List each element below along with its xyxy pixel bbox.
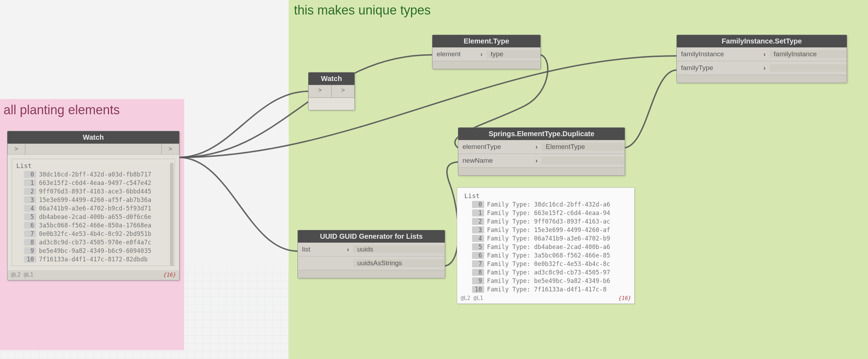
node-uuid-generator[interactable]: UUID GUID Generator for Lists list› uuid… [297, 230, 445, 278]
list-index: 7 [24, 230, 36, 237]
list-item[interactable]: 1Family Type: 663e15f2-c6d4-4eaa-94 [462, 209, 631, 217]
watch-list[interactable]: List 038dc16cd-2bff-432d-a03d-fb8b717166… [12, 159, 175, 266]
list-levels: @L2 @L1 [11, 272, 33, 278]
list-index: 2 [472, 218, 484, 225]
list-index: 5 [24, 213, 36, 220]
list-value: ad3c8c9d-cb73-4505-970e-e8f4a7c [39, 239, 151, 246]
list-item[interactable]: 3Family Type: 15e3e699-4499-4260-af [462, 226, 631, 234]
list-item[interactable]: 9Family Type: be5e49bc-9a82-4349-b6 [462, 277, 631, 285]
node-title: FamilyInstance.SetType [677, 35, 847, 47]
list-index: 7 [472, 260, 484, 267]
list-index: 1 [472, 209, 484, 216]
input-port-familytype[interactable]: familyType [677, 64, 760, 72]
list-item[interactable]: 406a741b9-a3e6-4702-b9cd-5f93d71 [14, 204, 172, 213]
list-levels: @L2 @L1 [461, 295, 483, 301]
list-index: 9 [24, 247, 36, 254]
node-title: Springs.ElementType.Duplicate [458, 128, 625, 140]
group-pink-label: all planting elements [4, 103, 120, 117]
list-index: 10 [24, 256, 36, 263]
node-springs-duplicate[interactable]: Springs.ElementType.Duplicate elementTyp… [458, 127, 625, 176]
list-count: {16} [163, 272, 176, 278]
output-port-uuids[interactable]: uuids [353, 245, 445, 253]
preview-duplicate-output[interactable]: List 0Family Type: 38dc16cd-2bff-432d-a6… [457, 187, 635, 304]
node-element-type[interactable]: Element.Type element› type [432, 35, 541, 69]
list-value: 38dc16cd-2bff-432d-a03d-fb8b717 [39, 171, 151, 178]
input-port-familyinstance[interactable]: familyInstance [677, 50, 760, 58]
node-watch-elements[interactable]: Watch > > List 038dc16cd-2bff-432d-a03d-… [7, 131, 180, 280]
list-value: 3a5bc068-f562-466e-850a-17668ea [39, 222, 151, 229]
list-item[interactable]: 63a5bc068-f562-466e-850a-17668ea [14, 221, 172, 230]
lacing-spacer [25, 144, 161, 155]
chevron-right-icon: › [343, 246, 353, 253]
list-item[interactable]: 10Family Type: 7f16133a-d4f1-417c-8 [462, 285, 631, 294]
input-port-elementtype[interactable]: elementType [458, 143, 532, 151]
list-value: 7f16133a-d4f1-417c-8172-82dbdb [39, 256, 148, 263]
list-index: 6 [472, 252, 484, 259]
list-item[interactable]: 5Family Type: db4abeae-2cad-400b-a6 [462, 243, 631, 251]
list-item[interactable]: 107f16133a-d4f1-417c-8172-82dbdb [14, 255, 172, 264]
input-port-element[interactable]: element [432, 50, 477, 58]
chevron-right-icon: › [532, 143, 541, 151]
list-value: 9ff076d3-893f-4163-ace3-6bbd445 [39, 188, 151, 195]
list-header: List [462, 191, 631, 200]
list-value: Family Type: 7f16133a-d4f1-417c-8 [487, 286, 607, 293]
node-footer [298, 270, 445, 278]
node-title: UUID GUID Generator for Lists [298, 230, 445, 243]
lacing-next-button[interactable]: > [331, 85, 354, 98]
watch-empty-body [308, 98, 354, 110]
scrollbar-thumb[interactable] [170, 163, 174, 266]
list-item[interactable]: 038dc16cd-2bff-432d-a03d-fb8b717 [14, 170, 172, 179]
list-value: 06a741b9-a3e6-4702-b9cd-5f93d71 [39, 205, 151, 212]
output-port-blank [770, 64, 847, 72]
input-port-blank [298, 259, 353, 267]
lacing-next-button[interactable]: > [161, 144, 179, 155]
input-port-list[interactable]: list [298, 245, 343, 253]
list-item[interactable]: 8ad3c8c9d-cb73-4505-970e-e8f4a7c [14, 238, 172, 247]
list-item[interactable]: 0Family Type: 38dc16cd-2bff-432d-a6 [462, 200, 631, 209]
list-item[interactable]: 1663e15f2-c6d4-4eaa-9497-c547e42 [14, 179, 172, 187]
output-port-type[interactable]: type [487, 50, 541, 58]
node-title: Element.Type [432, 35, 540, 47]
list-index: 3 [472, 226, 484, 233]
node-familyinstance-settype[interactable]: FamilyInstance.SetType familyInstance› f… [676, 35, 847, 83]
input-port-newname[interactable]: newName [458, 157, 532, 164]
output-port-uuidsasstrings[interactable]: uuidsAsStrings [353, 259, 445, 267]
list-item[interactable]: 29ff076d3-893f-4163-ace3-6bbd445 [14, 187, 172, 196]
list-value: Family Type: 0e0b32fc-4e53-4b4c-8c [487, 260, 610, 267]
list-value: be5e49bc-9a82-4349-b6c9-6094035 [39, 247, 151, 254]
list-value: db4abeae-2cad-400b-a655-d0f6c6e [39, 213, 151, 220]
list-index: 6 [24, 222, 36, 229]
list-item[interactable]: 70e0b32fc-4e53-4b4c-8c92-2bd951b [14, 230, 172, 238]
list-index: 5 [472, 243, 484, 250]
list-index: 2 [24, 188, 36, 195]
list-value: Family Type: 15e3e699-4499-4260-af [487, 226, 610, 233]
list-index: 0 [24, 171, 36, 178]
list-item[interactable]: 9be5e49bc-9a82-4349-b6c9-6094035 [14, 247, 172, 255]
list-index: 1 [24, 179, 36, 186]
output-port-familyinstance[interactable]: familyInstance [770, 50, 847, 58]
node-footer [677, 75, 847, 83]
node-title: Watch [7, 131, 179, 144]
list-item[interactable]: 315e3e699-4499-4260-af5f-ab7b36a [14, 196, 172, 204]
list-item[interactable]: 2Family Type: 9ff076d3-893f-4163-ac [462, 217, 631, 226]
list-item[interactable]: 5db4abeae-2cad-400b-a655-d0f6c6e [14, 213, 172, 221]
output-port-blank [541, 157, 625, 164]
list-index: 3 [24, 196, 36, 203]
output-port-elementtype[interactable]: ElementType [541, 143, 625, 151]
list-item[interactable]: 7Family Type: 0e0b32fc-4e53-4b4c-8c [462, 260, 631, 268]
dynamo-canvas[interactable]: { "groups": { "pink": { "label": "all pl… [0, 0, 868, 359]
node-footer [432, 61, 540, 69]
lacing-prev-button[interactable]: > [7, 144, 25, 155]
lacing-prev-button[interactable]: > [308, 85, 331, 98]
list-item[interactable]: 4Family Type: 06a741b9-a3e6-4702-b9 [462, 234, 631, 243]
chevron-right-icon: › [532, 157, 541, 164]
list-index: 4 [472, 235, 484, 242]
list-count: {16} [618, 295, 631, 301]
list-item[interactable]: 6Family Type: 3a5bc068-f562-466e-85 [462, 251, 631, 260]
node-watch-small[interactable]: Watch > > [308, 72, 355, 110]
list-value: 15e3e699-4499-4260-af5f-ab7b36a [39, 196, 151, 203]
list-index: 10 [472, 286, 484, 293]
list-index: 4 [24, 205, 36, 212]
list-item[interactable]: 8Family Type: ad3c8c9d-cb73-4505-97 [462, 268, 631, 277]
group-green-label: this makes unique types [294, 3, 431, 18]
